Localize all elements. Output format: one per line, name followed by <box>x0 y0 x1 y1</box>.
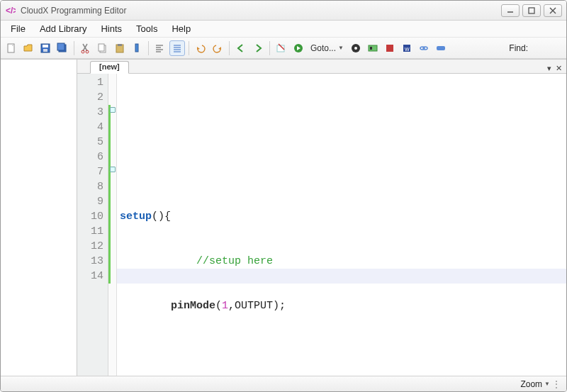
code-line: pinMode(1,OUTPUT); <box>120 298 566 313</box>
tab-menu-icon[interactable]: ▾ <box>547 64 551 73</box>
fold-marker-icon[interactable] <box>110 107 116 113</box>
svg-rect-35 <box>386 45 393 52</box>
fold-strip <box>108 74 117 376</box>
current-line-highlight <box>117 269 566 284</box>
svg-rect-40 <box>437 46 445 50</box>
menu-file[interactable]: File <box>4 21 33 36</box>
stop-icon[interactable] <box>382 40 398 56</box>
align-block-icon[interactable] <box>169 40 185 56</box>
toolbar-separator <box>189 41 189 55</box>
line-gutter: 1 2 3 4 5 6 7 8 9 10 11 12 13 14 <box>77 74 108 376</box>
toolbar-separator <box>74 41 74 55</box>
bookmark-icon[interactable] <box>129 40 145 56</box>
svg-rect-33 <box>369 45 377 51</box>
save-all-icon[interactable] <box>55 40 70 56</box>
chip-icon[interactable]: W <box>399 40 415 56</box>
line-number: 12 <box>77 239 103 254</box>
line-number: 14 <box>77 269 103 284</box>
goto-dropdown[interactable]: Goto... ▼ <box>308 43 347 53</box>
code-line: //setup here <box>120 254 566 269</box>
app-icon: </> <box>5 5 16 16</box>
forward-icon[interactable] <box>250 40 266 56</box>
chevron-down-icon: ▼ <box>544 381 550 387</box>
copy-icon[interactable] <box>95 40 111 56</box>
svg-rect-18 <box>118 44 122 46</box>
code-line <box>120 343 566 358</box>
code-line <box>120 120 566 135</box>
board-icon[interactable] <box>365 40 381 56</box>
redo-icon[interactable] <box>210 40 225 56</box>
open-file-icon[interactable] <box>21 40 36 56</box>
goto-label: Goto... <box>310 43 336 53</box>
line-number: 8 <box>77 179 103 194</box>
svg-rect-2 <box>529 8 534 13</box>
code-editor[interactable]: 1 2 3 4 5 6 7 8 9 10 11 12 13 14 <box>77 74 566 376</box>
svg-point-32 <box>354 47 357 50</box>
target-icon[interactable] <box>348 40 364 56</box>
module-icon[interactable] <box>433 40 449 56</box>
zoom-control[interactable]: Zoom ▼ ⋮ <box>520 379 561 389</box>
code-area[interactable]: setup(){ //setup here pinMode(1,OUTPUT);… <box>117 74 566 376</box>
main-area: [new] ▾ ✕ 1 2 3 4 5 6 7 8 9 10 11 12 13 … <box>1 59 566 376</box>
toolbar-separator <box>148 41 149 55</box>
clear-icon[interactable] <box>274 40 289 56</box>
tab-bar: [new] ▾ ✕ <box>77 60 566 74</box>
menu-help[interactable]: Help <box>164 21 198 36</box>
maximize-button[interactable] <box>522 4 541 17</box>
tab-close-icon[interactable]: ✕ <box>556 64 562 73</box>
zoom-label: Zoom <box>520 379 542 389</box>
toolbar-separator <box>269 41 270 55</box>
save-icon[interactable] <box>38 40 53 56</box>
svg-rect-34 <box>370 47 372 50</box>
link-icon[interactable] <box>416 40 432 56</box>
chevron-down-icon: ▼ <box>338 45 344 51</box>
window-title: CloudX Programming Editor <box>21 6 126 16</box>
line-number: 1 <box>77 75 103 90</box>
align-left-icon[interactable] <box>152 40 168 56</box>
line-number: 9 <box>77 194 103 209</box>
line-number: 5 <box>77 135 103 150</box>
paste-icon[interactable] <box>112 40 128 56</box>
line-number: 7 <box>77 164 103 179</box>
menu-add-library[interactable]: Add Library <box>33 21 94 36</box>
toolbar-separator <box>229 41 230 55</box>
undo-icon[interactable] <box>193 40 208 56</box>
sidebar-panel <box>1 59 77 376</box>
code-line <box>120 164 566 179</box>
back-icon[interactable] <box>233 40 249 56</box>
line-number: 6 <box>77 150 103 164</box>
close-button[interactable] <box>544 4 562 17</box>
svg-rect-8 <box>43 49 47 52</box>
line-number: 13 <box>77 254 103 269</box>
title-bar: </> CloudX Programming Editor <box>1 1 566 21</box>
find-label: Find: <box>509 43 563 53</box>
status-bar: Zoom ▼ ⋮ <box>1 376 566 391</box>
editor-pane: [new] ▾ ✕ 1 2 3 4 5 6 7 8 9 10 11 12 13 … <box>77 59 566 376</box>
line-number: 10 <box>77 209 103 224</box>
tab-new[interactable]: [new] <box>90 61 129 74</box>
menu-hints[interactable]: Hints <box>94 21 129 36</box>
menu-bar: File Add Library Hints Tools Help <box>1 21 566 38</box>
change-marker <box>108 105 111 284</box>
line-number: 4 <box>77 120 103 135</box>
cut-icon[interactable] <box>78 40 94 56</box>
line-number: 3 <box>77 105 103 120</box>
line-number: 11 <box>77 224 103 239</box>
new-file-icon[interactable] <box>4 40 19 56</box>
code-line: setup(){ <box>120 209 566 224</box>
minimize-button[interactable] <box>501 4 520 17</box>
fold-marker-icon[interactable] <box>110 167 116 172</box>
line-number: 2 <box>77 90 103 105</box>
svg-text:W: W <box>405 47 410 52</box>
menu-tools[interactable]: Tools <box>129 21 164 36</box>
run-icon[interactable] <box>291 40 306 56</box>
svg-rect-19 <box>135 44 138 52</box>
svg-point-39 <box>423 47 427 50</box>
svg-rect-16 <box>99 44 104 51</box>
svg-rect-10 <box>57 43 64 50</box>
toolbar: Goto... ▼ W Find: <box>1 38 566 59</box>
svg-rect-7 <box>43 45 48 47</box>
svg-text:</>: </> <box>6 6 16 16</box>
